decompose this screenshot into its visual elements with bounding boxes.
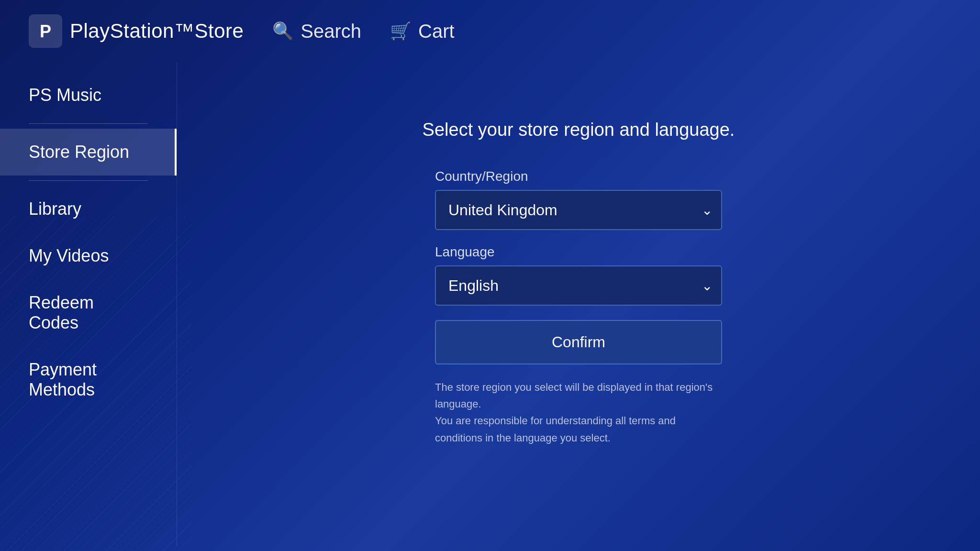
language-select-wrapper: English French German Spanish Italian Ja… xyxy=(435,265,722,306)
svg-text:P: P xyxy=(40,22,51,41)
brand-name: PlayStation™Store xyxy=(70,20,244,43)
sidebar-divider-2 xyxy=(29,180,148,181)
cart-nav[interactable]: 🛒 Cart xyxy=(390,21,455,42)
playstation-logo: P xyxy=(29,14,62,48)
confirm-button[interactable]: Confirm xyxy=(435,320,722,364)
language-label: Language xyxy=(435,244,722,260)
disclaimer-line-1: The store region you select will be disp… xyxy=(435,381,713,410)
layout: PS Music Store Region Library My Videos … xyxy=(0,62,980,546)
disclaimer-text: The store region you select will be disp… xyxy=(435,379,722,446)
country-region-label: Country/Region xyxy=(435,169,722,184)
country-region-select[interactable]: United Kingdom United States France Germ… xyxy=(435,190,722,230)
sidebar-divider-1 xyxy=(29,123,148,124)
cart-icon: 🛒 xyxy=(390,21,412,41)
sidebar-item-store-region[interactable]: Store Region xyxy=(0,129,177,176)
sidebar-item-my-videos[interactable]: My Videos xyxy=(0,232,177,279)
sidebar-item-payment-methods[interactable]: Payment Methods xyxy=(0,346,177,413)
search-icon: 🔍 xyxy=(272,21,294,41)
sidebar-item-redeem-codes[interactable]: Redeem Codes xyxy=(0,279,177,346)
language-select[interactable]: English French German Spanish Italian Ja… xyxy=(435,265,722,306)
country-region-group: Country/Region United Kingdom United Sta… xyxy=(435,169,722,230)
brand: P PlayStation™Store xyxy=(29,14,244,48)
cart-label: Cart xyxy=(418,21,455,42)
sidebar-item-ps-music[interactable]: PS Music xyxy=(0,72,177,119)
search-nav[interactable]: 🔍 Search xyxy=(272,21,361,42)
disclaimer-line-2: You are responsible for understanding al… xyxy=(435,415,676,443)
country-region-select-wrapper: United Kingdom United States France Germ… xyxy=(435,190,722,230)
sidebar-item-library[interactable]: Library xyxy=(0,186,177,232)
language-group: Language English French German Spanish I… xyxy=(435,244,722,306)
page-title: Select your store region and language. xyxy=(423,120,735,140)
sidebar: PS Music Store Region Library My Videos … xyxy=(0,62,177,546)
main-content: Select your store region and language. C… xyxy=(177,62,980,546)
search-label: Search xyxy=(301,21,361,42)
store-region-form: Country/Region United Kingdom United Sta… xyxy=(435,169,722,446)
header: P PlayStation™Store 🔍 Search 🛒 Cart xyxy=(0,0,980,62)
